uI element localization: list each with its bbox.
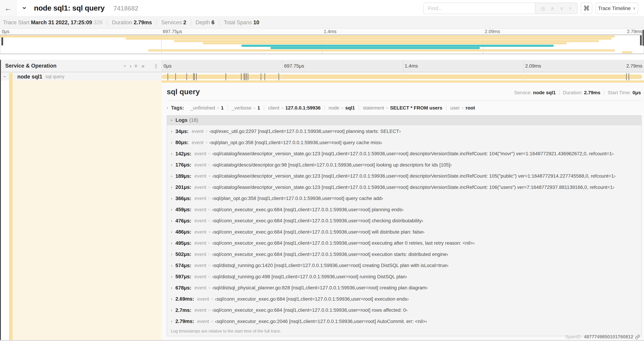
log-entry[interactable]: ›201μs:event=‹sql/catalog/lease/descript… <box>171 182 641 193</box>
chevron-right-icon: › <box>171 174 172 179</box>
log-field-key: event <box>194 173 206 179</box>
log-entry[interactable]: ›574μs:event=‹sql/distsql_running.go:142… <box>171 260 641 271</box>
log-entry[interactable]: ›486μs:event=‹sql/conn_executor_exec.go:… <box>171 226 641 238</box>
log-entry[interactable]: ›495μs:event=‹sql/conn_executor_exec.go:… <box>171 238 641 249</box>
chevron-down-icon: › <box>169 119 174 121</box>
chevron-down-icon: ∨ <box>633 6 636 11</box>
collapse-trace-icon[interactable]: › <box>20 7 29 9</box>
log-entry[interactable]: ›189μs:event=‹sql/catalog/lease/descript… <box>171 171 641 182</box>
log-entry[interactable]: ›2.79ms:event=‹sql/conn_executor_exec.go… <box>171 316 641 327</box>
timeline-tick-label: 2.09ms <box>525 63 541 69</box>
separator <box>107 20 107 26</box>
summary-item: Total Spans 10 <box>224 20 259 26</box>
search-input[interactable] <box>424 3 535 14</box>
minimap-span-bar <box>148 49 615 52</box>
chevron-down-icon[interactable]: › <box>2 76 8 78</box>
log-entry[interactable]: ›678μs:event=‹sql/distsql_physical_plann… <box>171 282 641 293</box>
tag[interactable]: statement=SELECT * FROM users <box>359 105 446 111</box>
log-entry[interactable]: ›366μs:event=‹sql/plan_opt.go:358 [nsql1… <box>171 193 641 204</box>
log-marker <box>193 73 194 80</box>
span-id-row: SpanID: 4877749850101760812 <box>565 334 640 339</box>
log-entry[interactable]: ›459μs:event=‹sql/conn_executor_exec.go:… <box>171 204 641 215</box>
chevron-right-icon: › <box>171 207 172 212</box>
minimap-span-bar <box>622 51 632 53</box>
span-service-name: node sql1 <box>17 74 42 80</box>
log-entry[interactable]: ›80μs:event=‹sql/plan_opt.go:358 [nsql1,… <box>171 137 641 148</box>
chevron-right-icon: › <box>171 285 172 290</box>
minimap-span-bar <box>174 40 599 42</box>
expand-one-icon[interactable]: › <box>130 63 132 69</box>
chevron-right-icon: › <box>171 319 172 324</box>
tags-label: Tags: <box>171 105 184 111</box>
chevron-right-icon: › <box>171 140 172 145</box>
tags-row[interactable]: › Tags: _unfinished=1_verbose=1client=12… <box>167 105 642 111</box>
separator <box>559 90 560 95</box>
log-entry[interactable]: ›597μs:event=‹sql/distsql_running.go:498… <box>171 271 641 282</box>
prev-result-icon[interactable]: ∧ <box>551 5 554 12</box>
clear-search-icon[interactable]: × <box>569 5 572 11</box>
log-timestamp: 189μs: <box>175 173 191 179</box>
column-resizer-handle[interactable] <box>155 64 158 69</box>
tag[interactable]: user=root <box>446 105 479 111</box>
span-row-label[interactable]: › node sql1 sql query <box>0 73 162 80</box>
log-entry[interactable]: ›2.7ms:event=‹sql/conn_executor_exec.go:… <box>171 305 641 316</box>
log-entry[interactable]: ›476μs:event=‹sql/conn_executor_exec.go:… <box>171 215 641 226</box>
collapse-all-icon[interactable]: » <box>133 64 140 67</box>
logs-header[interactable]: › Logs (18) <box>167 116 641 125</box>
logs-section: › Logs (18) ›34μs:event=‹sql/exec_util.g… <box>167 115 642 336</box>
span-row[interactable]: › node sql1 sql query <box>0 73 644 80</box>
log-field-value: ‹sql/conn_executor_exec.go:684 [nsql1,cl… <box>215 296 409 302</box>
span-timeline-track[interactable] <box>162 73 644 80</box>
log-marker <box>626 73 627 80</box>
scrollbar-thumb[interactable] <box>642 30 644 46</box>
expand-all-icon[interactable]: » <box>142 63 144 69</box>
back-button[interactable]: ← <box>0 0 16 16</box>
log-field-key: event <box>197 296 209 302</box>
tag[interactable]: _unfinished=1 <box>186 105 228 111</box>
tree-collapse-controls: ››»» <box>124 60 144 72</box>
log-entry[interactable]: ›142μs:event=‹sql/catalog/lease/descript… <box>171 148 641 159</box>
summary-item: Depth 6 <box>196 20 214 26</box>
window-left-edge <box>0 60 1 341</box>
log-field-value: ‹sql/plan_opt.go:358 [nsql1,client=127.0… <box>212 196 383 201</box>
chevron-right-icon: › <box>171 218 172 223</box>
view-selector-button[interactable]: Trace Timeline ∨ <box>596 3 638 14</box>
logs-count: (18) <box>189 117 198 123</box>
log-rows: ›34μs:event=‹sql/exec_util.go:2297 [nsql… <box>167 125 641 327</box>
log-marker <box>241 73 242 80</box>
chevron-right-icon: › <box>171 162 172 167</box>
log-entry[interactable]: ›2.69ms:event=‹sql/conn_executor_exec.go… <box>171 293 641 305</box>
keyboard-shortcuts-button[interactable]: ⌘ <box>581 3 592 14</box>
collapse-one-icon[interactable]: › <box>122 65 128 67</box>
minimap-span-bar <box>0 35 615 38</box>
log-field-value: ‹sql/catalog/lease/descriptor_version_st… <box>212 185 614 190</box>
log-entry[interactable]: ›176μs:event=‹sql/catalog/descs/descript… <box>171 159 641 171</box>
summary-item: Trace Start March 31 2022, 17:25:09.326 <box>3 20 102 26</box>
tag[interactable]: node=sql1 <box>324 105 359 111</box>
tag[interactable]: _verbose=1 <box>228 105 264 111</box>
log-field-value: ‹sql/catalog/lease/descriptor_version_st… <box>212 173 616 179</box>
log-field-key: event <box>194 185 206 190</box>
log-entry[interactable]: ›34μs:event=‹sql/exec_util.go:2297 [nsql… <box>171 126 641 137</box>
log-entry[interactable]: ›502μs:event=‹sql/conn_executor_exec.go:… <box>171 249 641 260</box>
next-result-icon[interactable]: ∨ <box>560 5 564 12</box>
locate-icon[interactable]: ◎ <box>541 5 545 12</box>
tag-value: root <box>466 105 475 111</box>
detail-operation-title: sql query <box>167 88 200 96</box>
log-timestamp: 176μs: <box>175 162 191 168</box>
minimap-canvas[interactable] <box>0 35 644 54</box>
log-marker <box>244 73 244 80</box>
grid-line <box>282 60 283 72</box>
log-field-key: event <box>194 162 206 168</box>
tag[interactable]: client=127.0.0.1:59936 <box>264 105 324 111</box>
chevron-right-icon: › <box>167 105 168 111</box>
link-icon[interactable] <box>635 334 640 339</box>
span-id-value: 4877749850101760812 <box>584 334 633 339</box>
timeline-tick-label: 1.4ms <box>405 63 418 69</box>
span-duration-bar[interactable] <box>162 75 642 79</box>
log-field-key: event <box>194 274 206 279</box>
log-marker <box>226 73 226 80</box>
minimap-right-drag-handle[interactable] <box>640 35 642 45</box>
log-field-key: event <box>194 151 206 156</box>
minimap-tick-label: 1.4ms <box>324 29 336 34</box>
